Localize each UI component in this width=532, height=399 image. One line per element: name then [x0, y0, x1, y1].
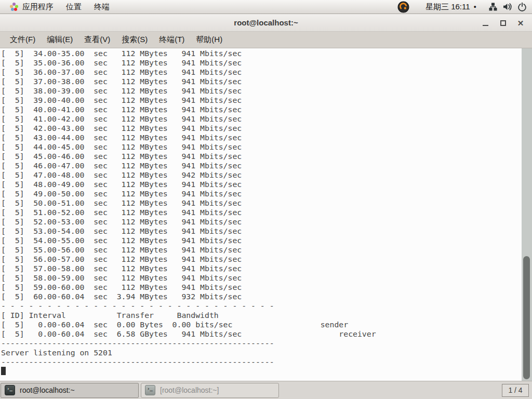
taskbar-window-label: root@localhost:~ — [20, 386, 75, 394]
top-panel: 应用程序 位置 终端 星期三 16:11 ● — [0, 0, 532, 14]
terminal-menubar: 文件(F) 编辑(E) 查看(V) 搜索(S) 终端(T) 帮助(H) — [0, 32, 532, 48]
applications-menu[interactable]: 应用程序 — [3, 0, 60, 14]
notification-dot-icon: ● — [474, 4, 476, 9]
panel-menus: 应用程序 位置 终端 — [0, 0, 116, 14]
menu-edit[interactable]: 编辑(E) — [41, 35, 78, 45]
applications-menu-label: 应用程序 — [22, 2, 54, 12]
maximize-button[interactable] — [497, 17, 509, 29]
network-icon[interactable] — [488, 2, 498, 11]
applications-icon — [9, 2, 19, 11]
terminal-cursor — [1, 367, 6, 375]
taskbar-window-label: [root@localhost:~] — [160, 386, 219, 394]
terminal-window-icon — [145, 385, 155, 395]
terminal-screen[interactable]: [ 5] 34.00-35.00 sec 112 MBytes 941 Mbit… — [0, 48, 532, 381]
minimize-icon — [483, 25, 488, 26]
panel-status-area: 星期三 16:11 ● — [397, 1, 532, 13]
close-button[interactable]: ✕ — [514, 17, 527, 29]
menu-file[interactable]: 文件(F) — [4, 35, 41, 45]
menu-help[interactable]: 帮助(H) — [190, 35, 228, 45]
menu-search[interactable]: 搜索(S) — [116, 35, 153, 45]
taskbar-window-terminal-minimized[interactable]: [root@localhost:~] — [141, 383, 279, 398]
abrt-notifier-icon[interactable] — [397, 1, 409, 13]
taskbar: root@localhost:~ [root@localhost:~] 1 / … — [0, 381, 532, 399]
terminal-output: [ 5] 34.00-35.00 sec 112 MBytes 941 Mbit… — [1, 49, 376, 367]
desktop: 应用程序 位置 终端 星期三 16:11 ● — [0, 0, 532, 399]
terminal-menu-label: 终端 — [94, 2, 110, 12]
minimize-button[interactable] — [479, 17, 491, 29]
taskbar-window-terminal-active[interactable]: root@localhost:~ — [1, 383, 139, 398]
close-icon: ✕ — [517, 19, 524, 27]
window-titlebar[interactable]: root@localhost:~ ✕ — [0, 14, 532, 32]
volume-icon[interactable] — [502, 2, 513, 11]
maximize-icon — [500, 20, 506, 26]
menu-terminal[interactable]: 终端(T) — [153, 35, 190, 45]
workspace-pager[interactable]: 1 / 4 — [502, 384, 529, 397]
menu-view[interactable]: 查看(V) — [78, 35, 116, 45]
scrollbar-track[interactable] — [522, 48, 532, 381]
places-menu[interactable]: 位置 — [60, 0, 88, 14]
power-icon[interactable] — [517, 2, 527, 11]
terminal-window-icon — [5, 385, 15, 395]
places-menu-label: 位置 — [66, 2, 82, 12]
window-controls: ✕ — [479, 14, 527, 32]
scrollbar-thumb[interactable] — [523, 256, 530, 379]
terminal-menu[interactable]: 终端 — [88, 0, 116, 14]
panel-clock[interactable]: 星期三 16:11 — [425, 2, 470, 12]
window-title: root@localhost:~ — [0, 14, 532, 32]
